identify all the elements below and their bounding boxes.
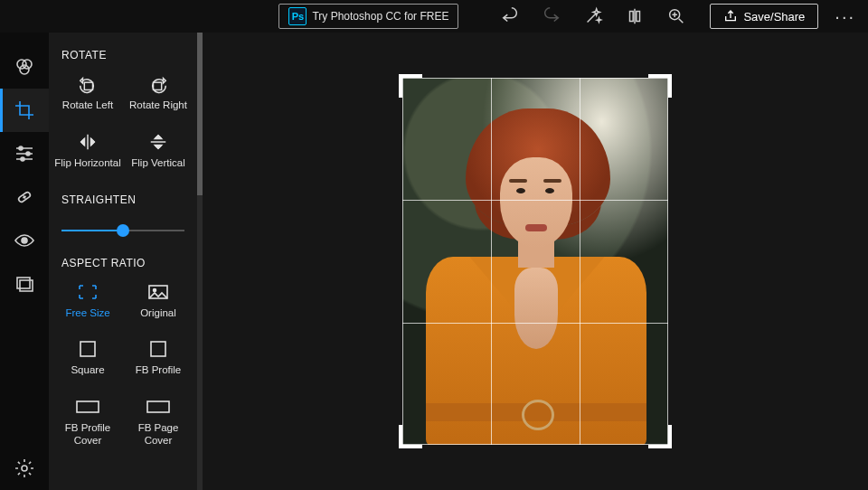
try-photoshop-button[interactable]: Ps Try Photoshop CC for FREE xyxy=(278,4,458,29)
photo xyxy=(402,78,668,445)
crop-handle-tr[interactable] xyxy=(648,74,672,98)
aspect-fb-page-cover-label: FB Page Cover xyxy=(125,422,192,448)
rotate-left-button[interactable]: Rotate Left xyxy=(52,69,123,121)
more-button[interactable]: ··· xyxy=(835,6,855,27)
svg-point-2 xyxy=(23,60,32,69)
tool-rail xyxy=(0,33,49,490)
save-share-button[interactable]: Save/Share xyxy=(710,4,818,29)
share-icon xyxy=(723,9,738,24)
svg-rect-13 xyxy=(154,82,162,90)
compare-button[interactable] xyxy=(625,6,645,26)
aspect-square-label: Square xyxy=(71,364,104,377)
rail-frames[interactable] xyxy=(0,262,49,306)
rail-redeye[interactable] xyxy=(0,219,49,262)
crop-handle-bl[interactable] xyxy=(399,425,422,448)
panel-scrollbar[interactable] xyxy=(197,33,203,490)
svg-point-11 xyxy=(22,466,27,471)
svg-point-15 xyxy=(154,288,156,291)
aspect-fb-profile-cover-label: FB Profile Cover xyxy=(54,422,121,448)
flip-horizontal-icon xyxy=(76,132,99,152)
fb-page-cover-icon xyxy=(146,397,170,417)
rotate-left-label: Rotate Left xyxy=(62,99,113,112)
aspect-free-size-label: Free Size xyxy=(65,307,109,320)
crop-handle-tl[interactable] xyxy=(399,74,422,98)
svg-rect-19 xyxy=(147,401,169,412)
topbar: Ps Try Photoshop CC for FREE Save/Share … xyxy=(0,0,868,33)
svg-rect-10 xyxy=(20,280,33,291)
rail-settings[interactable] xyxy=(0,447,49,490)
svg-rect-17 xyxy=(151,342,165,356)
fb-profile-icon xyxy=(146,339,170,359)
crop-frame[interactable] xyxy=(402,78,668,445)
canvas-area xyxy=(203,33,868,490)
svg-rect-16 xyxy=(80,342,95,356)
aspect-free-size[interactable]: Free Size xyxy=(52,277,123,329)
redo-button[interactable] xyxy=(542,6,561,26)
slider-thumb[interactable] xyxy=(117,224,129,237)
rotate-title: ROTATE xyxy=(49,45,197,69)
aspect-fb-profile[interactable]: FB Profile xyxy=(123,334,193,386)
square-icon xyxy=(76,339,99,359)
aspect-ratio-title: ASPECT RATIO xyxy=(49,253,197,277)
svg-point-3 xyxy=(20,65,29,74)
svg-rect-9 xyxy=(17,278,30,288)
rotate-right-icon xyxy=(146,74,170,94)
rotate-right-label: Rotate Right xyxy=(129,99,187,112)
original-icon xyxy=(146,282,170,302)
svg-point-5 xyxy=(26,152,30,155)
svg-rect-18 xyxy=(77,401,99,412)
rotate-right-button[interactable]: Rotate Right xyxy=(123,69,193,121)
straighten-title: STRAIGHTEN xyxy=(49,190,197,213)
rotate-left-icon xyxy=(76,74,99,94)
flip-vertical-button[interactable]: Flip Vertical xyxy=(123,127,193,179)
flip-vertical-icon xyxy=(146,132,170,152)
aspect-square[interactable]: Square xyxy=(52,334,123,386)
undo-button[interactable] xyxy=(500,6,520,26)
flip-horizontal-label: Flip Horizontal xyxy=(54,157,121,170)
crop-handle-br[interactable] xyxy=(648,425,672,448)
rail-heal[interactable] xyxy=(0,175,49,219)
svg-point-8 xyxy=(22,238,27,243)
auto-enhance-button[interactable] xyxy=(583,6,603,26)
zoom-button[interactable] xyxy=(666,6,686,26)
free-size-icon xyxy=(76,282,99,302)
flip-horizontal-button[interactable]: Flip Horizontal xyxy=(52,127,123,179)
rail-filters[interactable] xyxy=(0,45,49,89)
rail-adjust[interactable] xyxy=(0,132,49,175)
save-share-label: Save/Share xyxy=(743,10,805,24)
aspect-original[interactable]: Original xyxy=(123,277,193,329)
flip-vertical-label: Flip Vertical xyxy=(131,157,184,170)
svg-rect-12 xyxy=(84,82,92,90)
straighten-slider[interactable] xyxy=(61,224,184,237)
aspect-fb-page-cover[interactable]: FB Page Cover xyxy=(123,391,193,457)
scrollbar-thumb[interactable] xyxy=(197,33,203,195)
aspect-original-label: Original xyxy=(140,307,176,320)
aspect-fb-profile-label: FB Profile xyxy=(136,364,182,377)
photoshop-badge-icon: Ps xyxy=(288,7,307,25)
try-photoshop-label: Try Photoshop CC for FREE xyxy=(312,10,448,23)
svg-point-4 xyxy=(19,146,23,150)
fb-profile-cover-icon xyxy=(76,397,99,417)
aspect-fb-profile-cover[interactable]: FB Profile Cover xyxy=(52,391,123,457)
crop-panel: ROTATE Rotate Left Rotate Right Flip Hor… xyxy=(49,33,197,490)
svg-point-6 xyxy=(21,157,24,161)
rail-crop[interactable] xyxy=(0,89,49,132)
